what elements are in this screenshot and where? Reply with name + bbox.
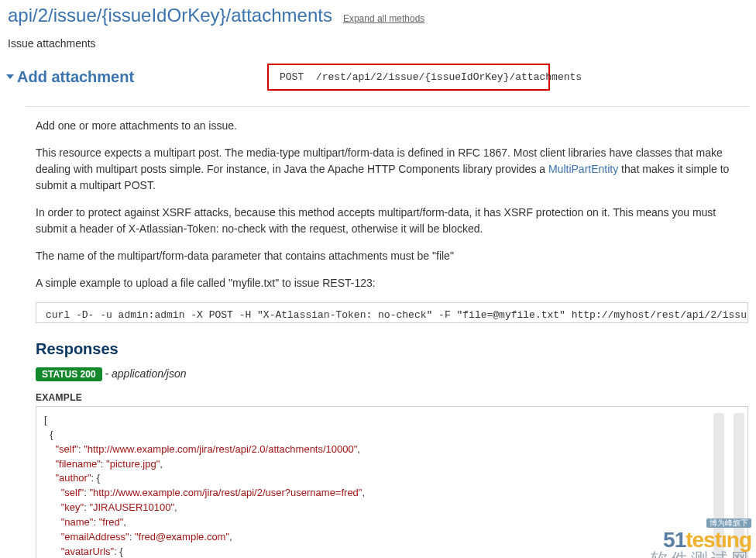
response-mime-type: - application/json [105, 367, 186, 380]
curl-example-block[interactable]: curl -D- -u admin:admin -X POST -H "X-At… [36, 302, 748, 323]
caret-down-icon [6, 74, 14, 79]
endpoint-box: POST /rest/api/2/issue/{issueIdOrKey}/at… [267, 64, 550, 91]
description-p2: This resource expects a multipart post. … [36, 145, 748, 194]
method-detail-panel: Add one or more attachments to an issue.… [26, 106, 748, 558]
status-line: STATUS 200 - application/json [36, 367, 748, 381]
method-title-text: Add attachment [17, 68, 134, 85]
responses-heading: Responses [36, 340, 748, 358]
http-method-label: POST [280, 71, 304, 83]
example-json-content: [ { "self": "http://www.example.com/jira… [44, 413, 740, 558]
example-response-block[interactable]: [ { "self": "http://www.example.com/jira… [36, 406, 748, 558]
endpoint-path: /rest/api/2/issue/{issueIdOrKey}/attachm… [316, 71, 582, 83]
description-p5: A simple example to upload a file called… [36, 275, 748, 291]
resource-subtitle: Issue attachments [8, 37, 748, 50]
curl-example-text: curl -D- -u admin:admin -X POST -H "X-At… [36, 303, 748, 322]
method-title-add-attachment[interactable]: Add attachment [8, 68, 267, 86]
resource-path-title: api/2/issue/{issueIdOrKey}/attachments [8, 5, 332, 26]
expand-all-methods-link[interactable]: Expand all methods [343, 13, 424, 24]
example-label: EXAMPLE [36, 392, 748, 403]
multipart-entity-link[interactable]: MultiPartEntity [548, 163, 618, 175]
scrollbar-vertical-icon[interactable] [713, 413, 724, 558]
description-p4: The name of the multipart/form-data para… [36, 248, 748, 264]
status-200-badge: STATUS 200 [36, 367, 102, 381]
description-p3: In order to protect against XSRF attacks… [36, 205, 748, 237]
description-p1: Add one or more attachments to an issue. [36, 118, 748, 134]
scrollbar-vertical-icon[interactable] [734, 413, 744, 558]
